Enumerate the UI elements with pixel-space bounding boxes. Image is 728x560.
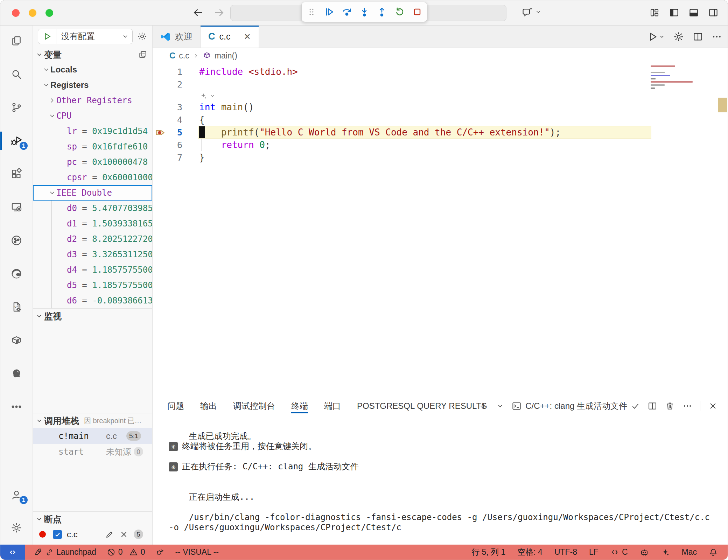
breakpoint-row[interactable]: c.c 5 (33, 526, 152, 542)
panel-tab-终端[interactable]: 终端 (291, 395, 308, 417)
close-panel-icon[interactable] (708, 401, 718, 411)
launchpad-status-item[interactable]: Launchpad (33, 547, 96, 557)
breakpoint-checkbox[interactable] (53, 530, 62, 539)
copilot-sparkle[interactable] (661, 548, 670, 557)
minimap[interactable] (651, 65, 703, 91)
code-editor[interactable]: 1 #include <stdio.h> 2 3 int main() 4 { … (153, 63, 728, 395)
language-mode[interactable]: C (610, 547, 628, 557)
activity-remote-explorer[interactable] (0, 196, 33, 218)
panel-tab-调试控制台[interactable]: 调试控制台 (233, 395, 275, 417)
launch-config-dropdown[interactable]: 没有配置 (38, 29, 133, 44)
copilot-robot[interactable] (640, 548, 649, 557)
variable-row-d4[interactable]: d4 = 1.1857575500… (33, 262, 152, 278)
variables-section-header[interactable]: 变量 (33, 47, 152, 62)
variable-row-d2[interactable]: d2 = 8.2025122720… (33, 231, 152, 247)
tree-item-ieee-double[interactable]: IEEE Double (33, 185, 152, 201)
kill-terminal-icon[interactable] (665, 401, 675, 411)
code-line-5[interactable]: 5 printf("Hello C World from VS Code and… (153, 126, 728, 139)
tab-欢迎[interactable]: 欢迎 (153, 26, 201, 48)
code-line-3[interactable]: 3 int main() (153, 101, 728, 113)
close-window-button[interactable] (12, 9, 20, 17)
debug-settings-gear-icon[interactable] (137, 31, 147, 42)
toggle-primary-sidebar-icon[interactable] (668, 7, 680, 19)
panel-tab-端口[interactable]: 端口 (324, 395, 341, 417)
variable-row-pc[interactable]: pc = 0x100000478 (33, 154, 152, 170)
cursor-position[interactable]: 行 5, 列 1 (471, 547, 505, 558)
code-line-4[interactable]: 4 { (153, 113, 728, 126)
panel-tab-POSTGRESQL QUERY RESULTS[interactable]: POSTGRESQL QUERY RESULTS (357, 395, 487, 417)
eol[interactable]: LF (589, 547, 598, 557)
breakpoints-section-header[interactable]: 断点 (33, 512, 152, 526)
terminal-profile-chevron-icon[interactable] (497, 402, 504, 410)
remote-indicator[interactable] (0, 545, 25, 560)
copilot-menu[interactable] (522, 6, 541, 18)
activity-containers[interactable] (0, 329, 33, 351)
more-icon[interactable] (712, 31, 722, 42)
tree-item-registers[interactable]: Registers (33, 77, 152, 93)
activity-source-control[interactable] (0, 96, 33, 119)
activity-gitlens[interactable] (0, 229, 33, 252)
variable-row-d6[interactable]: d6 = -0.089386613… (33, 293, 152, 308)
code-line-1[interactable]: 1 #include <stdio.h> (153, 65, 728, 78)
inline-suggestion-widget[interactable] (153, 91, 728, 101)
activity-accounts[interactable]: 1 (0, 484, 33, 506)
gutter[interactable]: 6 (153, 139, 199, 151)
gutter[interactable]: 4 (153, 113, 199, 126)
panel-tab-输出[interactable]: 输出 (200, 395, 217, 417)
start-debug-icon[interactable] (38, 29, 56, 44)
code-line-2[interactable]: 2 (153, 78, 728, 91)
new-terminal-button[interactable] (478, 401, 489, 411)
settings-gear-icon[interactable] (673, 31, 684, 42)
gutter[interactable]: 2 (153, 78, 199, 91)
activity-settings[interactable] (0, 517, 33, 539)
variable-row-d1[interactable]: d1 = 1.5039338165… (33, 216, 152, 231)
tree-item-locals[interactable]: Locals (33, 62, 152, 77)
notifications[interactable] (709, 548, 718, 557)
code-line-6[interactable]: 6 return 0; (153, 139, 728, 151)
toggle-panel-icon[interactable] (688, 7, 700, 19)
gutter[interactable]: 1 (153, 65, 199, 78)
navigate-forward-icon[interactable] (213, 7, 225, 19)
activity-extensions[interactable] (0, 163, 33, 185)
vim-mode-indicator[interactable]: -- VISUAL -- (175, 547, 218, 557)
edit-breakpoint-icon[interactable] (105, 530, 114, 539)
activity-edge-tools[interactable] (0, 262, 33, 285)
terminal-task-entry[interactable]: C/C++: clang 生成活动文件 (511, 400, 640, 412)
more-actions-icon[interactable] (682, 401, 692, 411)
stop-button[interactable] (411, 5, 424, 19)
activity-cpp-build[interactable]: C++ (0, 296, 33, 318)
activity-run-debug[interactable]: 1 (0, 130, 33, 152)
panel-tab-问题[interactable]: 问题 (167, 395, 184, 417)
variable-row-cpsr[interactable]: cpsr = 0x60001000 (33, 170, 152, 185)
minimize-window-button[interactable] (29, 9, 36, 17)
toggle-secondary-sidebar-icon[interactable] (707, 7, 719, 19)
drag-grip-button[interactable] (305, 5, 318, 19)
step-out-button[interactable] (376, 5, 388, 19)
breadcrumb[interactable]: C c.c main() (153, 48, 728, 63)
variable-row-d0[interactable]: d0 = 5.4707703985… (33, 201, 152, 216)
code-line-7[interactable]: 7 } (153, 151, 728, 164)
activity-explorer[interactable] (0, 30, 33, 52)
problems-status-item[interactable]: 0 0 (107, 547, 145, 557)
watch-section-header[interactable]: 监视 (33, 309, 152, 323)
gutter[interactable]: 3 (153, 101, 199, 113)
variable-row-d3[interactable]: d3 = 3.3265311250… (33, 247, 152, 262)
current-breakpoint-icon[interactable] (155, 127, 166, 138)
customize-layout-icon[interactable] (649, 7, 660, 19)
gutter[interactable]: 5 (153, 126, 199, 139)
navigate-back-icon[interactable] (192, 7, 204, 19)
variable-row-sp[interactable]: sp = 0x16fdfe610 (33, 139, 152, 154)
step-over-button[interactable] (341, 5, 353, 19)
zoom-window-button[interactable] (46, 9, 53, 17)
split-editor-icon[interactable] (693, 31, 703, 42)
step-into-button[interactable] (358, 5, 371, 19)
tree-item-cpu[interactable]: CPU (33, 108, 152, 124)
remove-breakpoint-icon[interactable] (120, 530, 128, 539)
encoding[interactable]: UTF-8 (554, 547, 577, 557)
activity-postgresql[interactable] (0, 362, 33, 385)
run-or-debug-icon[interactable] (647, 31, 665, 42)
variable-row-d5[interactable]: d5 = 1.1857575500… (33, 278, 152, 293)
stack-frame-c!main[interactable]: c!mainc.c5:1 (33, 428, 152, 444)
activity-more[interactable] (0, 396, 33, 418)
continue-button[interactable] (323, 5, 335, 19)
